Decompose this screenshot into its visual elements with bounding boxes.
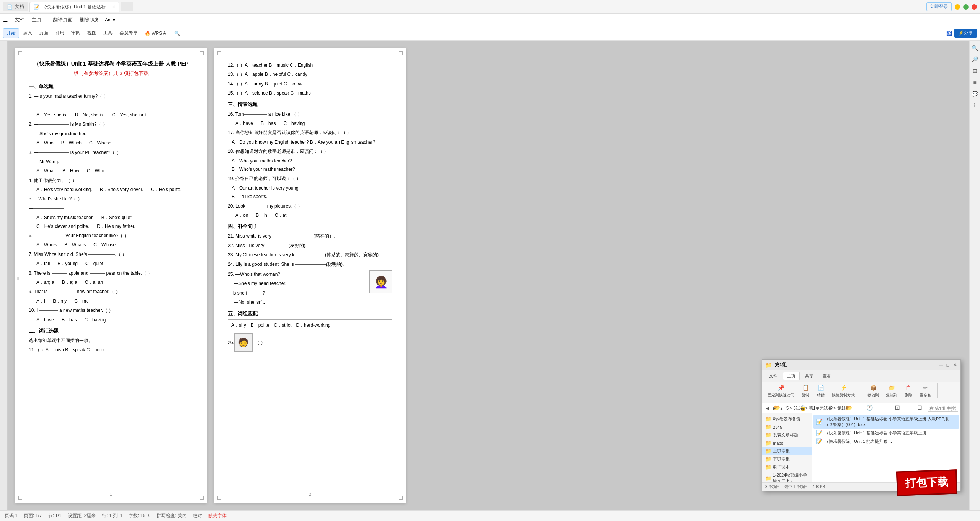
fe-left-item-6[interactable]: 📁 电子课本 [762,463,812,471]
fe-forward-btn[interactable]: ▶ [771,406,777,411]
win-maximize[interactable] [963,4,969,10]
q13: 13.（ ）A．apple B．helpful C．candy [228,70,392,78]
fe-shortcut-btn[interactable]: ⚡ 快捷复制方式 [830,382,857,400]
menu-translate[interactable]: 翻译页面 [50,15,76,25]
fe-folder-icon-1: 📁 [765,424,771,430]
ribbon-tab-view[interactable]: 视图 [84,28,100,38]
q26-image: 🧑 [234,333,253,352]
ribbon-tab-wpsai[interactable]: 🔥 WPS AI [142,28,170,38]
fe-tab-view[interactable]: 查看 [819,372,835,380]
ribbon-tab-review[interactable]: 审阅 [68,28,83,38]
fe-minimize[interactable]: — [938,362,944,368]
menu-file[interactable]: 文件 [12,15,28,25]
fe-tab-file[interactable]: 文件 [765,372,781,380]
ribbon-tab-reference[interactable]: 引用 [52,28,67,38]
fe-tab-home[interactable]: 主页 [783,372,800,380]
sidebar-comment[interactable]: 💬 [971,90,979,98]
sidebar-info[interactable]: ℹ [971,101,979,110]
menu-home[interactable]: 主页 [29,15,45,25]
ribbon-tab-page[interactable]: 页面 [36,28,51,38]
fe-left-item-0[interactable]: 📁 0试卷发布备份 [762,415,812,423]
fe-left-item-5[interactable]: 📁 下班专集 [762,455,812,463]
ribbon-tab-member[interactable]: 会员专享 [116,28,141,38]
fe-back-btn[interactable]: ◀ [764,406,770,411]
fe-close[interactable]: ✕ [952,362,957,368]
status-word-count: 字数: 1510 [129,513,150,519]
ribbon-tab-insert[interactable]: 插入 [20,28,35,38]
q1-blank: — [29,102,193,110]
format-icon[interactable]: Aa ▼ [105,17,116,23]
fe-move-btn[interactable]: 📦 移动到 [865,382,881,400]
sidebar-fit[interactable]: ⊞ [971,67,979,75]
fe-left-item-7[interactable]: 📁 1-2024秋部编小学语文二上♪ [762,471,812,482]
p2-corner-tl [217,51,221,55]
fe-left-item-3[interactable]: 📁 maps [762,439,812,447]
fe-folder-icon-2: 📁 [765,432,771,438]
fe-toolbar: 文件 主页 共享 查看 [762,370,960,382]
fe-breadcrumb: 5 > 3试卷 > 第1单元试卷 > 第1组 [786,405,848,411]
q25-sub3: —No, she isn't. [234,298,392,306]
page1-subtitle: 版（有参考答案）共 3 项打包下载 [29,69,193,78]
ribbon-tab-search[interactable]: 🔍 [171,28,183,38]
tab-doc2[interactable]: 📝 （快乐暑假练）Unit 1 基础达标... ✕ [29,2,119,12]
fe-file-1[interactable]: 📝 （快乐暑假练）Unit 1 基础达标卷 小学英语五年级上册... [813,429,959,437]
login-btn[interactable]: 立即登录 [926,2,952,11]
q9-options: A．IB．myC．me [36,297,193,305]
ribbon-tab-tools[interactable]: 工具 [100,28,116,38]
fe-file-2[interactable]: 📝 （快乐暑假练）Unit 1 能力提升卷 ... [813,437,959,446]
tab-add[interactable]: ＋ [121,2,133,11]
fe-tab-share[interactable]: 共享 [801,372,817,380]
page-1: ⠿ （快乐暑假练）Unit 1 基础达标卷 小学英语五年级上册 人教 PEP 版… [15,48,207,503]
section2-title: 二、词汇选题 [29,327,193,335]
q12: 12.（ ）A．teacher B．music C．English [228,61,392,69]
q3: 3. — is your PE teacher?（ ） [29,149,193,156]
q5-blank: — [29,205,193,212]
fe-title: 第1组 [775,362,787,368]
fe-maximize[interactable]: □ [945,362,951,368]
tab-doc1[interactable]: 📄 文档 [3,2,28,11]
page1-num: — 1 — [105,491,118,498]
p2-corner-br [399,496,403,500]
fe-left-item-1[interactable]: 📁 2345 [762,423,812,431]
sidebar-zoom-out[interactable]: 🔎 [971,55,979,64]
section3-title: 三、情景选题 [228,100,392,109]
fe-copy-btn[interactable]: 📋 复制 [799,382,812,400]
fe-rename-btn[interactable]: ✏ 重命名 [917,382,933,400]
fe-folder-icon-5: 📁 [765,456,771,462]
q4: 4. 他工作很努力。（ ） [29,177,193,184]
ribbon-tab-start[interactable]: 开始 [3,28,19,38]
fe-up-btn[interactable]: ▲ [778,406,785,411]
fe-search-input[interactable] [928,405,958,412]
fe-folder-icon-6: 📁 [765,464,771,470]
fe-paste-btn[interactable]: 📄 粘贴 [814,382,827,400]
fe-folder-icon-4: 📁 [765,448,771,454]
app-menu-icon[interactable]: ☰ [3,17,8,23]
win-minimize[interactable] [955,4,960,10]
fe-left-item-4[interactable]: 📁 上班专集 [762,447,812,455]
accessibility-icon[interactable]: ♿ [946,31,952,36]
tab-add-icon: ＋ [125,3,129,10]
q25-text: 25. —Who's that woman? [228,270,392,278]
tab-doc2-close[interactable]: ✕ [112,5,115,10]
sidebar-zoom-in[interactable]: 🔍 [971,44,979,52]
fe-move-icon: 📦 [869,383,877,392]
fe-left-item-2[interactable]: 📁 发表文章标题 [762,431,812,439]
fe-file-0[interactable]: 📝 （快乐暑假练）Unit 1 基础达标卷 小学英语五年级上册 人教PEP版（含… [813,415,959,429]
fe-win-controls: — □ ✕ [938,362,957,368]
status-section: 节: 1/1 [48,513,61,519]
share-button[interactable]: ⚡分享 [954,29,977,38]
win-close[interactable] [972,4,977,10]
fe-pin-btn[interactable]: 📌 固定到快速访问 [765,382,797,400]
tab-doc2-icon: 📝 [34,4,39,10]
q9: 9. That is new art teacher.（ ） [29,288,193,295]
fe-file-icon-2: 📝 [816,438,822,444]
q2-options: A．WhoB．WhichC．Whose [36,139,193,147]
q8: 8. There is apple and pear on the table.… [29,269,193,277]
fe-delete-btn[interactable]: 🗑 删除 [902,382,915,400]
sidebar-navigation[interactable]: ≡ [971,78,979,87]
q6-options: A．Who'sB．What'sC．Whose [36,241,193,249]
promo-banner: 打包下载 [896,469,957,496]
menu-delete[interactable]: 删除职务 [77,15,103,25]
page2-num: — 2 — [304,491,317,498]
fe-copyto-btn[interactable]: 📁 复制到 [884,382,900,400]
